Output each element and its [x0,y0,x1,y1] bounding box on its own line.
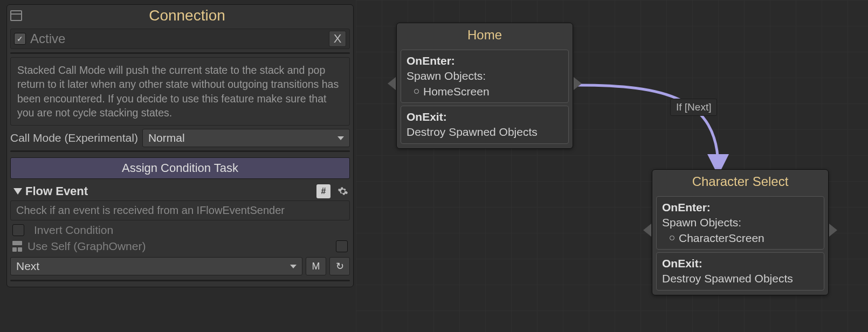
separator [10,280,350,281]
onexit-label: OnExit: [662,257,702,269]
hash-button[interactable]: # [316,184,330,198]
chevron-down-icon [290,265,297,268]
edge-condition-label[interactable]: If [Next] [670,99,717,116]
collapse-toggle-icon[interactable] [13,188,22,195]
port-out-icon[interactable] [574,77,582,90]
onexit-label: OnExit: [407,110,447,123]
node-character-select[interactable]: Character Select OnEnter: Spawn Objects:… [652,169,829,295]
onenter-label: OnEnter: [407,54,455,67]
active-label: Active [30,31,329,46]
assign-condition-task-button[interactable]: Assign Condition Task [10,157,350,179]
node-home[interactable]: Home OnEnter: Spawn Objects: HomeScreen … [396,23,573,149]
separator [10,52,350,54]
spawn-item: HomeScreen [423,84,490,99]
port-in-icon[interactable] [643,224,651,237]
node-onenter-section: OnEnter: Spawn Objects: CharacterScreen [656,196,824,250]
node-title: Character Select [652,170,828,193]
m-button[interactable]: M [306,257,326,275]
panel-title: Connection [26,7,348,24]
target-icon [12,241,22,252]
call-mode-info: Stacked Call Mode will push the current … [10,57,350,126]
separator [10,150,350,152]
call-mode-value: Normal [148,132,185,144]
flow-event-description: Check if an event is received from an IF… [10,200,350,220]
spawn-item: CharacterScreen [679,231,764,246]
reload-button[interactable]: ↻ [329,257,350,275]
use-self-checkbox[interactable] [336,240,348,252]
invert-condition-label: Invert Condition [34,224,113,237]
active-row: ✓ Active X [10,29,350,49]
event-value: Next [16,260,39,273]
onexit-action: Destroy Spawned Objects [662,271,818,286]
use-self-label: Use Self (GraphOwner) [27,240,146,253]
port-in-icon[interactable] [388,77,396,90]
node-onexit-section: OnExit: Destroy Spawned Objects [401,106,569,144]
node-onexit-section: OnExit: Destroy Spawned Objects [656,252,824,290]
spawn-objects-label: Spawn Objects: [407,68,563,84]
close-button[interactable]: X [329,31,346,47]
inspector-panel: Connection ✓ Active X Stacked Call Mode … [6,4,354,287]
flow-event-title: Flow Event [25,184,313,198]
node-onenter-section: OnEnter: Spawn Objects: HomeScreen [401,50,569,103]
spawn-objects-label: Spawn Objects: [662,215,818,230]
window-icon[interactable] [10,10,22,21]
node-title: Home [397,23,573,47]
onexit-action: Destroy Spawned Objects [407,124,563,140]
call-mode-label: Call Mode (Experimental) [10,132,138,144]
invert-condition-checkbox[interactable] [12,224,24,236]
gear-icon[interactable] [337,185,349,197]
chevron-down-icon [337,136,344,140]
active-checkbox[interactable]: ✓ [14,33,26,45]
onenter-label: OnEnter: [662,201,711,213]
call-mode-dropdown[interactable]: Normal [142,129,350,147]
event-value-dropdown[interactable]: Next [10,257,302,275]
port-out-icon[interactable] [829,224,837,237]
